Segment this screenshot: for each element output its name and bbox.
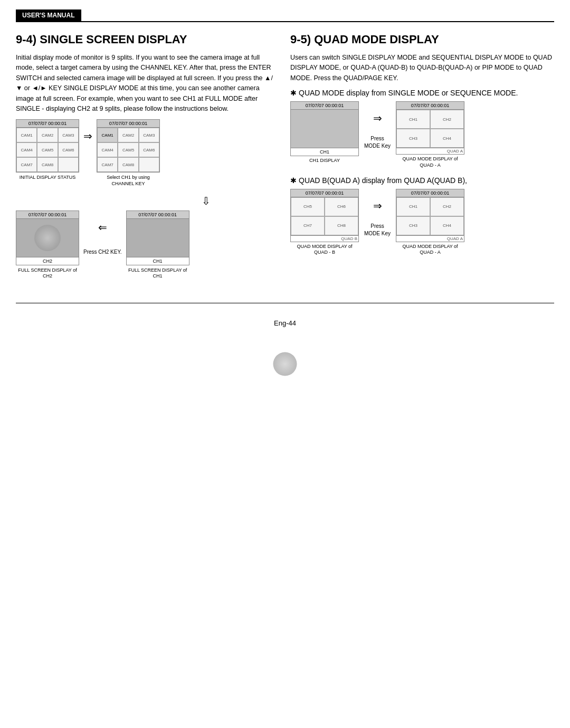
arrow-right-mode-1: ⇒ [373,112,382,124]
sel-cam-cell-6: CAM6 [139,142,159,157]
quad-a-result-grid: 07/07/07 00:00:01 CH1 CH2 CH3 CH4 QUAD A [396,189,464,242]
selected-cam-cells: CAM1 CAM2 CAM3 CAM4 CAM5 CAM6 CAM7 CAM8 [97,128,159,172]
quad-a-res-cell-3: CH3 [396,216,430,235]
quad-mode-display-a-label: QUAD MODE DISPLAY of QUAD - A [396,156,464,168]
main-content: 9-4) SINGLE SCREEN DISPLAY Initial displ… [0,22,570,287]
section-body-left: Initial display mode of monitor is 9 spl… [16,53,274,114]
sel-cam-cell-5: CAM5 [118,142,138,157]
ch1-timestamp: 07/07/07 00:00:01 [127,211,189,219]
press-mode-key-label-2: PressMODE Key [364,223,391,237]
full-screen-ch2: 07/07/07 00:00:01 CH2 [16,210,79,265]
left-column: 9-4) SINGLE SCREEN DISPLAY Initial displ… [16,33,274,287]
arrow-right-1: ⇒ [83,130,92,142]
cam-cell-empty [58,157,79,172]
selected-timestamp: 07/07/07 00:00:01 [97,120,159,128]
quad-a-res-cell-1: CH1 [396,197,430,216]
sel-cam-cell-8: CAM8 [118,157,138,172]
page-number: Eng-44 [274,319,296,327]
section-title-right: 9-5) QUAD MODE DISPLAY [290,33,554,46]
cam-cell-4: CAM4 [16,142,37,157]
quad-mode-display-b-label: QUAD MODE DISPLAY of QUAD - B [290,244,359,256]
arrow-down: ⇩ [137,195,274,207]
cam-cell-2: CAM2 [37,128,58,142]
press-mode-area-2: ⇒ PressMODE Key [364,189,391,237]
initial-display-label: INITIAL DISPLAY STATUS [20,175,76,181]
sel-cam-cell-1: CAM1 [97,128,118,142]
quad-a-footer-label: QUAD A [396,148,464,154]
bullet-1: ✱ QUAD MODE display from SINGLE MODE or … [290,89,554,97]
ch1-footer: CH1 [127,257,189,265]
quad-a-timestamp: 07/07/07 00:00:01 [396,102,464,110]
quad-a-result-cells: CH1 CH2 CH3 CH4 [396,197,464,235]
press-mode-key-label-1: PressMODE Key [364,135,391,150]
initial-cam-cells: CAM1 CAM2 CAM3 CAM4 CAM5 CAM6 CAM7 CAM8 [16,128,79,172]
quad-a-cell-4: CH4 [430,129,464,148]
quad-a-res-cell-2: CH2 [430,197,464,216]
press-ch2-label: Press CH2 KEY. [83,248,122,256]
select-ch1-label: Select CH1 by using CHANNEL KEY [97,175,160,187]
press-ch2-area: ⇐ Press CH2 KEY. [83,210,122,256]
quad-a-result-footer-label: QUAD A [396,235,464,242]
quad-a-cell-2: CH2 [430,110,464,129]
quad-a-result-block: 07/07/07 00:00:01 CH1 CH2 CH3 CH4 QUAD A… [396,189,464,256]
selected-ch1-grid: 07/07/07 00:00:01 CAM1 CAM2 CAM3 CAM4 CA… [97,119,160,173]
quad-b-cell-1: CH5 [291,197,325,216]
manual-label: USER'S MANUAL [16,9,81,21]
quad-b-grid: 07/07/07 00:00:01 CH5 CH6 CH7 CH8 QUAD B [290,189,359,242]
quad-b-cell-2: CH6 [325,197,358,216]
ch1-body [127,219,189,257]
quad-a-grid: 07/07/07 00:00:01 CH1 CH2 CH3 CH4 QUAD A [396,101,464,155]
quad-mode-display-a2-label: QUAD MODE DISPLAY of QUAD - A [396,244,464,256]
ch1-quad-timestamp: 07/07/07 00:00:01 [291,102,358,110]
full-screen-ch1: 07/07/07 00:00:01 CH1 [126,210,189,265]
sel-cam-cell-2: CAM2 [118,128,138,142]
bullet-2-text: QUAD B(QUAD A) display from QUAD A(QUAD … [299,176,467,185]
page-footer: Eng-44 [0,319,570,338]
full-screen-ch1-label: FULL SCREEN DISPLAY of CH1 [126,267,189,280]
quad-b-timestamp: 07/07/07 00:00:01 [291,189,358,197]
quad-a-cell-3: CH3 [396,129,430,148]
sel-cam-cell-empty [139,157,159,172]
arrow-left-2: ⇐ [98,221,107,234]
quad-diagram-row-1: 07/07/07 00:00:01 CH1 CH1 DISPLAY ⇒ Pres… [290,101,554,168]
star-icon-2: ✱ [290,176,297,185]
ch1-quad-body [291,110,358,148]
quad-b-cells: CH5 CH6 CH7 CH8 [291,197,358,235]
diagram-row-1: 07/07/07 00:00:01 CAM1 CAM2 CAM3 CAM4 CA… [16,119,274,187]
right-column: 9-5) QUAD MODE DISPLAY Users can switch … [290,33,554,287]
section-title-left: 9-4) SINGLE SCREEN DISPLAY [16,33,274,46]
ch1-display-block: 07/07/07 00:00:01 CH1 CH1 DISPLAY [290,101,359,164]
section-body-right: Users can switch SINGLE DISPLAY MODE and… [290,53,554,83]
quad-a-result-timestamp: 07/07/07 00:00:01 [396,189,464,197]
initial-display-block: 07/07/07 00:00:01 CAM1 CAM2 CAM3 CAM4 CA… [16,119,79,181]
ch2-footer: CH2 [16,257,79,265]
quad-b-cell-3: CH7 [291,216,325,235]
diagram-row-2: 07/07/07 00:00:01 CH2 FULL SCREEN DISPLA… [16,210,274,280]
bullet-1-text: QUAD MODE display from SINGLE MODE or SE… [299,89,518,97]
press-mode-area-1: ⇒ PressMODE Key [364,101,391,150]
ch1-single-footer: CH1 [291,148,358,156]
header-area: USER'S MANUAL [0,0,570,22]
quad-diagram-row-2: 07/07/07 00:00:01 CH5 CH6 CH7 CH8 QUAD B… [290,189,554,256]
ch2-timestamp: 07/07/07 00:00:01 [16,211,79,219]
cam-cell-7: CAM7 [16,157,37,172]
cam-cell-1: CAM1 [16,128,37,142]
selected-ch1-block: 07/07/07 00:00:01 CAM1 CAM2 CAM3 CAM4 CA… [97,119,160,187]
quad-b-display-block: 07/07/07 00:00:01 CH5 CH6 CH7 CH8 QUAD B… [290,189,359,256]
cam-cell-6: CAM6 [58,142,79,157]
initial-cam-grid: 07/07/07 00:00:01 CAM1 CAM2 CAM3 CAM4 CA… [16,119,79,173]
arrow-right-mode-2: ⇒ [373,199,382,212]
ch1-single: 07/07/07 00:00:01 CH1 [290,101,359,156]
ch1-display-label: CH1 DISPLAY [309,158,340,164]
sel-cam-cell-7: CAM7 [97,157,118,172]
cam-cell-3: CAM3 [58,128,79,142]
quad-b-cell-4: CH8 [325,216,358,235]
quad-a-res-cell-4: CH4 [430,216,464,235]
ch2-body [16,219,79,257]
bullet-2: ✱ QUAD B(QUAD A) display from QUAD A(QUA… [290,176,554,185]
full-screen-ch1-block: 07/07/07 00:00:01 CH1 FULL SCREEN DISPLA… [126,210,189,280]
star-icon-1: ✱ [290,89,297,97]
full-screen-ch2-block: 07/07/07 00:00:01 CH2 FULL SCREEN DISPLA… [16,210,79,280]
quad-b-footer-label: QUAD B [291,235,358,242]
full-screen-ch2-label: FULL SCREEN DISPLAY of CH2 [16,267,79,280]
